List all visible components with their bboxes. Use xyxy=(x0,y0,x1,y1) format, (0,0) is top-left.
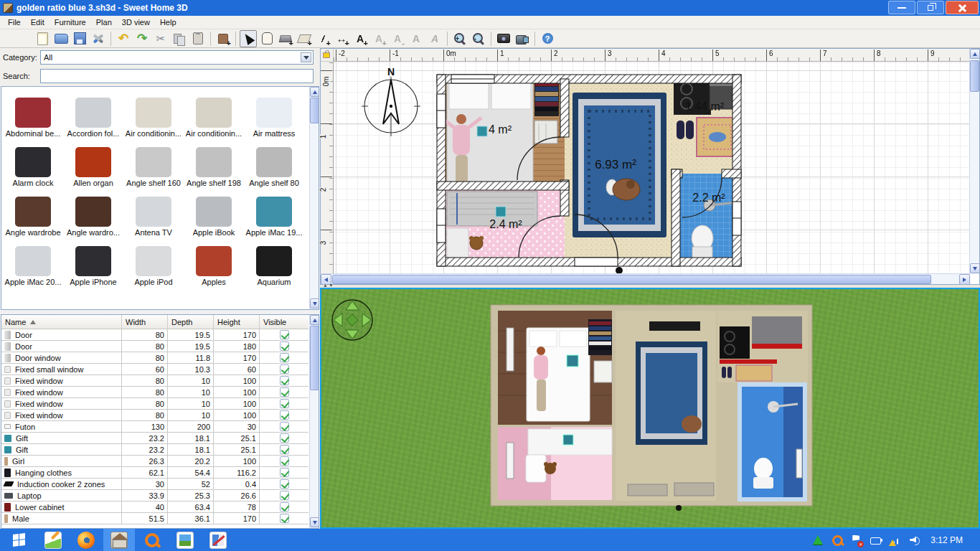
catalog-item[interactable]: Apple iMac 20... xyxy=(3,237,63,286)
teddy-bear[interactable] xyxy=(469,236,484,250)
scroll-right-icon[interactable] xyxy=(959,274,970,285)
visible-checkbox[interactable] xyxy=(280,502,289,512)
catalog-item[interactable]: Apple iPhone xyxy=(63,237,123,286)
menu-edit[interactable]: Edit xyxy=(26,17,50,27)
create-dimensions-icon[interactable] xyxy=(333,30,350,47)
menu-furniture[interactable]: Furniture xyxy=(50,17,91,27)
table-row[interactable]: Girl 26.3 20.2 100 xyxy=(1,456,308,467)
close-button[interactable] xyxy=(946,1,979,14)
table-row[interactable]: Gift 23.2 18.1 25.1 xyxy=(1,444,308,456)
scroll-thumb[interactable] xyxy=(310,98,319,123)
power-icon[interactable] xyxy=(870,534,882,547)
antivirus-icon[interactable] xyxy=(811,534,824,547)
catalog-item[interactable]: Angle shelf 80 xyxy=(244,138,304,187)
table-row[interactable]: Lower cabinet 40 63.4 78 xyxy=(1,501,308,513)
woman-figure[interactable] xyxy=(456,114,466,124)
table-row[interactable]: Fixed window 80 10 100 xyxy=(1,375,308,387)
catalog-item[interactable]: Aquarium xyxy=(244,237,304,286)
menu-plan[interactable]: Plan xyxy=(91,17,117,27)
minimize-button[interactable] xyxy=(888,1,915,14)
column-header-height[interactable]: Height xyxy=(214,315,260,329)
table-row[interactable]: Male 51.5 36.1 170 xyxy=(1,513,308,524)
catalog-scrollbar[interactable] xyxy=(309,87,319,309)
plan-horizontal-scrollbar[interactable] xyxy=(321,273,971,284)
catalog-item[interactable]: Angle wardro... xyxy=(63,187,123,237)
3d-view[interactable] xyxy=(320,288,980,529)
3d-bathroom[interactable] xyxy=(738,382,807,501)
paste-icon[interactable] xyxy=(189,30,207,47)
pan-icon[interactable] xyxy=(258,30,275,47)
table-row[interactable]: Laptop 33.9 25.3 26.6 xyxy=(1,490,308,501)
preferences-icon[interactable] xyxy=(90,30,107,47)
visible-checkbox[interactable] xyxy=(280,399,289,408)
scroll-up-icon[interactable] xyxy=(310,315,319,325)
visible-checkbox[interactable] xyxy=(280,422,289,431)
column-header-name[interactable]: Name xyxy=(1,315,122,329)
category-select[interactable]: All xyxy=(40,50,314,65)
scroll-thumb[interactable] xyxy=(970,60,979,92)
create-rooms-icon[interactable] xyxy=(296,30,313,47)
plan-vertical-scrollbar[interactable] xyxy=(969,49,979,274)
column-header-depth[interactable]: Depth xyxy=(168,315,214,329)
small-rug[interactable] xyxy=(697,118,738,156)
catalog-item[interactable]: Abdominal be... xyxy=(3,88,63,138)
restore-button[interactable] xyxy=(917,1,944,14)
search-icon[interactable] xyxy=(831,534,844,547)
taskbar-app-magnifier[interactable] xyxy=(136,529,168,551)
action-center-icon[interactable] xyxy=(850,534,863,547)
volume-icon[interactable] xyxy=(908,534,921,547)
chevron-down-icon[interactable] xyxy=(301,52,311,62)
help-icon[interactable] xyxy=(539,30,556,47)
catalog-item[interactable]: Angle shelf 160 xyxy=(123,138,184,187)
add-texts-icon[interactable] xyxy=(352,30,369,47)
open-icon[interactable] xyxy=(52,30,70,47)
catalog-item[interactable]: Angle wardrobe xyxy=(3,187,63,237)
copy-icon[interactable] xyxy=(171,30,188,47)
visible-checkbox[interactable] xyxy=(280,330,289,339)
plan-view[interactable]: -2 -1 0m 1 2 3 4 5 6 7 8 9 0m 1 2 3 N xyxy=(320,48,980,285)
menu-file[interactable]: File xyxy=(3,17,26,27)
dog-figure[interactable] xyxy=(613,179,640,200)
create-walls-icon[interactable] xyxy=(277,30,294,47)
3d-house[interactable] xyxy=(489,302,814,512)
scroll-thumb[interactable] xyxy=(332,275,931,284)
catalog-item[interactable]: Allen organ xyxy=(63,138,123,187)
catalog-item[interactable]: Air conditionin... xyxy=(123,88,184,138)
catalog-item[interactable]: Angle shelf 198 xyxy=(184,138,244,187)
menu-help[interactable]: Help xyxy=(155,17,182,27)
menu-3d-view[interactable]: 3D view xyxy=(117,17,155,27)
list-scrollbar[interactable] xyxy=(309,315,319,528)
cut-icon[interactable] xyxy=(152,30,169,47)
scroll-up-icon[interactable] xyxy=(970,49,980,59)
catalog-item[interactable]: Apples xyxy=(184,237,244,286)
network-icon[interactable] xyxy=(889,534,902,547)
table-row[interactable]: Fixed window 80 10 100 xyxy=(1,387,308,398)
visible-checkbox[interactable] xyxy=(280,433,289,443)
table-row[interactable]: Futon 130 200 30 xyxy=(1,421,308,433)
undo-icon[interactable] xyxy=(115,30,132,47)
catalog-item[interactable]: Apple iMac 19... xyxy=(244,187,304,237)
scroll-up-icon[interactable] xyxy=(310,87,319,97)
zoom-in-icon[interactable]: + xyxy=(451,30,468,47)
visible-checkbox[interactable] xyxy=(280,410,289,420)
splitter-arrows-icon[interactable]: ▲▼ xyxy=(323,283,334,288)
visible-checkbox[interactable] xyxy=(280,445,289,454)
visible-checkbox[interactable] xyxy=(280,514,289,523)
column-header-visible[interactable]: Visible xyxy=(260,315,308,329)
3d-navigation-control[interactable] xyxy=(330,298,374,342)
add-furniture-icon[interactable] xyxy=(215,30,232,47)
catalog-item[interactable]: Air mattress xyxy=(244,88,304,138)
taskbar-app-photos[interactable] xyxy=(169,529,201,551)
visible-checkbox[interactable] xyxy=(280,342,289,351)
table-row[interactable]: Door 80 19.5 170 xyxy=(1,329,308,341)
catalog-item[interactable]: Apple iBook xyxy=(184,187,244,237)
new-home-icon[interactable] xyxy=(34,30,51,47)
toilet[interactable] xyxy=(692,225,713,258)
taskbar-app-movie-maker[interactable] xyxy=(202,529,234,551)
taskbar-app-notepad[interactable] xyxy=(37,529,69,551)
floor-plan[interactable]: 4 m² 6.93 m² 1.44 m² 2.4 m² 2.2 m² xyxy=(334,62,971,274)
create-video-icon[interactable] xyxy=(514,30,531,47)
table-row[interactable]: Fixed small window 60 10.3 60 xyxy=(1,364,308,375)
zoom-out-icon[interactable]: - xyxy=(470,30,487,47)
scroll-down-icon[interactable] xyxy=(970,263,980,273)
